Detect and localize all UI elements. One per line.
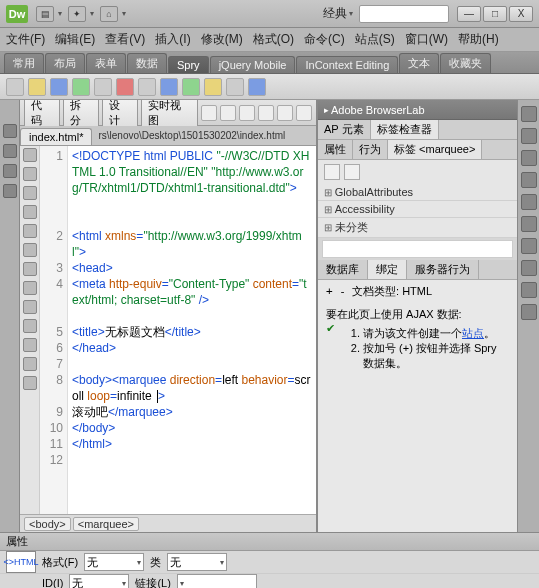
menu-item[interactable]: 帮助(H) [458,31,499,48]
insert-tab[interactable]: 数据 [127,53,167,73]
dock-icon[interactable] [3,164,17,178]
doc-tool-icon[interactable] [201,105,217,121]
bindings-tab[interactable]: 绑定 [368,260,407,279]
tag-tab[interactable]: 属性 [318,140,353,159]
file-tab[interactable]: index.html* [20,128,92,145]
attr-category[interactable]: GlobalAttributes [318,184,517,201]
gutter-icon[interactable] [23,148,37,162]
gutter-icon[interactable] [23,224,37,238]
format-select[interactable]: 无 [84,553,144,571]
insert-tab[interactable]: InContext Editing [296,56,398,73]
tool-icon[interactable] [72,78,90,96]
code-text[interactable]: <!DOCTYPE html PUBLIC "-//W3C//DTD XHTML… [68,146,316,514]
menu-item[interactable]: 格式(O) [253,31,294,48]
bindings-tab[interactable]: 服务器行为 [407,260,479,279]
tag-crumb[interactable]: <marquee> [73,517,139,531]
gutter-icon[interactable] [23,376,37,390]
attr-category[interactable]: Accessibility [318,201,517,218]
doc-tool-icon[interactable] [239,105,255,121]
list-view-icon[interactable] [324,164,340,180]
insert-tab[interactable]: 文本 [399,53,439,73]
gutter-icon[interactable] [23,357,37,371]
tool-icon[interactable] [138,78,156,96]
gutter-icon[interactable] [23,281,37,295]
menu-item[interactable]: 窗口(W) [405,31,448,48]
layout-icon[interactable]: ▤ [36,6,54,22]
bindings-tab[interactable]: 数据库 [318,260,368,279]
dock-icon[interactable] [521,304,537,320]
menu-item[interactable]: 查看(V) [105,31,145,48]
minimize-button[interactable]: — [457,6,481,22]
menu-item[interactable]: 命令(C) [304,31,345,48]
insert-tab[interactable]: jQuery Mobile [210,56,296,73]
dock-icon[interactable] [521,172,537,188]
gutter-icon[interactable] [23,167,37,181]
dock-icon[interactable] [521,150,537,166]
tool-icon[interactable] [160,78,178,96]
insert-tab[interactable]: 表单 [86,53,126,73]
tool-icon[interactable] [28,78,46,96]
menu-item[interactable]: 文件(F) [6,31,45,48]
insert-tab[interactable]: 常用 [4,53,44,73]
dock-icon[interactable] [521,238,537,254]
tag-crumb[interactable]: <body> [24,517,71,531]
properties-header[interactable]: 属性 [0,533,539,551]
dock-icon[interactable] [3,144,17,158]
tag-tab[interactable]: 标签 <marquee> [388,140,482,159]
tool-icon[interactable] [226,78,244,96]
tab-tag-checker[interactable]: 标签检查器 [371,120,439,139]
tool-icon[interactable] [248,78,266,96]
dock-icon[interactable] [521,194,537,210]
tool-icon[interactable] [204,78,222,96]
dock-icon[interactable] [521,260,537,276]
code-editor[interactable]: 123456789101112 <!DOCTYPE html PUBLIC "-… [20,146,316,514]
attr-category[interactable]: 未分类 [318,218,517,238]
doc-tool-icon[interactable] [296,105,312,121]
gutter-icon[interactable] [23,186,37,200]
tag-inspector-grid[interactable] [322,240,513,258]
add-binding-button[interactable]: + - [326,285,346,298]
gutter-icon[interactable] [23,338,37,352]
site-icon[interactable]: ⌂ [100,6,118,22]
link-select[interactable] [177,574,257,588]
gutter-icon[interactable] [23,243,37,257]
doc-tool-icon[interactable] [258,105,274,121]
tab-ap-elements[interactable]: AP 元素 [318,120,371,139]
extend-icon[interactable]: ✦ [68,6,86,22]
menu-item[interactable]: 站点(S) [355,31,395,48]
dock-icon[interactable] [521,128,537,144]
tool-icon[interactable] [116,78,134,96]
tag-tab[interactable]: 行为 [353,140,388,159]
class-select[interactable]: 无 [167,553,227,571]
doc-tool-icon[interactable] [220,105,236,121]
tool-icon[interactable] [182,78,200,96]
close-button[interactable]: X [509,6,533,22]
tool-icon[interactable] [50,78,68,96]
gutter-icon[interactable] [23,262,37,276]
dock-icon[interactable] [521,216,537,232]
id-select[interactable]: 无 [69,574,129,588]
gutter-icon[interactable] [23,300,37,314]
tool-icon[interactable] [94,78,112,96]
insert-tab[interactable]: Spry [168,56,209,73]
dock-icon[interactable] [521,282,537,298]
tool-icon[interactable] [6,78,24,96]
menu-item[interactable]: 插入(I) [155,31,190,48]
gutter-icon[interactable] [23,319,37,333]
html-mode-button[interactable]: <> HTML [6,551,36,573]
menu-item[interactable]: 编辑(E) [55,31,95,48]
workspace-label[interactable]: 经典 [323,5,347,22]
search-input[interactable] [359,5,449,23]
insert-tab[interactable]: 布局 [45,53,85,73]
dock-icon[interactable] [521,106,537,122]
doc-tool-icon[interactable] [277,105,293,121]
panel-browserlab[interactable]: Adobe BrowserLab [318,100,517,120]
category-view-icon[interactable] [344,164,360,180]
dock-icon[interactable] [3,124,17,138]
menu-item[interactable]: 修改(M) [201,31,243,48]
dock-icon[interactable] [3,184,17,198]
maximize-button[interactable]: □ [483,6,507,22]
insert-tab[interactable]: 收藏夹 [440,53,491,73]
gutter-icon[interactable] [23,205,37,219]
site-link[interactable]: 站点 [462,327,484,339]
